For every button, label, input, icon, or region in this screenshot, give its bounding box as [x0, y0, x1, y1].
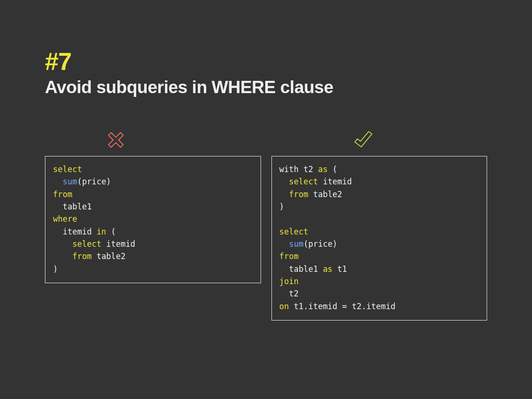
good-code: with t2 as ( select itemid from table2 )…	[279, 163, 480, 312]
check-icon	[352, 130, 375, 149]
tip-number: #7	[45, 47, 487, 76]
good-icon-wrap	[271, 126, 488, 149]
slide: #7 Avoid subqueries in WHERE clause	[0, 0, 532, 399]
good-code-box: with t2 as ( select itemid from table2 )…	[271, 156, 488, 321]
columns-wrap: select sum(price) from table1 where item…	[45, 126, 487, 321]
bad-code: select sum(price) from table1 where item…	[53, 163, 253, 275]
bad-code-box: select sum(price) from table1 where item…	[45, 156, 261, 283]
tip-title: Avoid subqueries in WHERE clause	[45, 78, 487, 97]
bad-icon-wrap	[45, 126, 261, 149]
good-example-column: with t2 as ( select itemid from table2 )…	[271, 126, 488, 321]
bad-example-column: select sum(price) from table1 where item…	[45, 126, 261, 283]
cross-icon	[106, 130, 125, 149]
